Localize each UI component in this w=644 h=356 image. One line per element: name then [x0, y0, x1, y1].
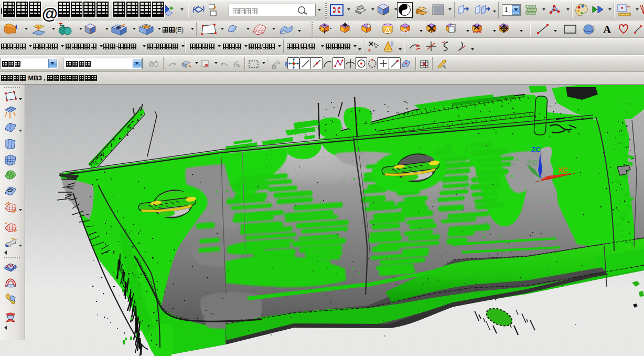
svg-text:A: A: [603, 23, 611, 36]
svg-text:XC: XC: [558, 166, 568, 174]
svg-text:ZC: ZC: [531, 145, 541, 154]
svg-text:x: x: [368, 47, 371, 53]
svg-text:YC: YC: [528, 159, 538, 167]
